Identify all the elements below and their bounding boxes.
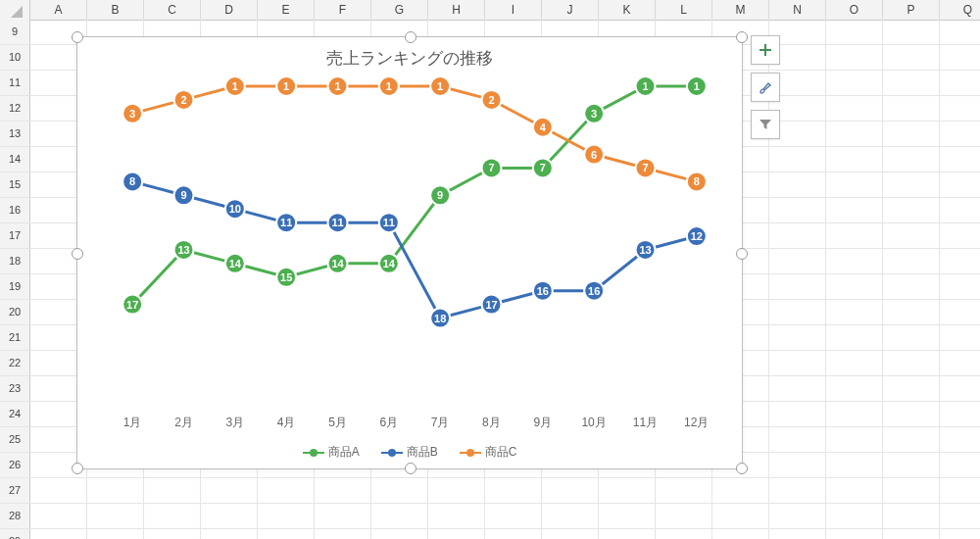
column-header[interactable]: K xyxy=(599,0,656,20)
select-all-triangle[interactable] xyxy=(0,0,30,20)
resize-handle[interactable] xyxy=(736,248,748,260)
row-header[interactable]: 16 xyxy=(0,198,30,222)
cell[interactable] xyxy=(769,147,826,172)
cell[interactable] xyxy=(883,20,940,44)
legend-item[interactable]: 商品B xyxy=(381,444,438,461)
data-point[interactable]: 16 xyxy=(584,281,604,301)
column-header[interactable]: F xyxy=(315,0,371,20)
cell[interactable] xyxy=(826,71,883,95)
data-point[interactable]: 18 xyxy=(430,309,450,328)
cell[interactable] xyxy=(940,198,980,222)
cell[interactable] xyxy=(656,478,712,503)
data-point[interactable]: 1 xyxy=(379,76,399,96)
chart-filter-button[interactable] xyxy=(751,110,780,139)
cell[interactable] xyxy=(712,478,769,503)
cell[interactable] xyxy=(87,504,144,528)
data-point[interactable]: 14 xyxy=(225,254,245,273)
cell[interactable] xyxy=(769,453,826,477)
column-header[interactable]: L xyxy=(656,0,712,20)
cell[interactable] xyxy=(940,402,980,426)
cell[interactable] xyxy=(826,172,883,197)
data-point[interactable]: 9 xyxy=(174,185,194,205)
row-header[interactable]: 27 xyxy=(0,478,30,503)
series-line[interactable] xyxy=(132,181,697,318)
chart-elements-button[interactable] xyxy=(751,35,780,65)
row-header[interactable]: 20 xyxy=(0,300,30,324)
data-point[interactable]: 6 xyxy=(584,145,604,165)
cell[interactable] xyxy=(883,172,940,197)
row-header[interactable]: 19 xyxy=(0,274,30,299)
cell[interactable] xyxy=(826,274,883,299)
cell[interactable] xyxy=(542,504,599,528)
legend[interactable]: 商品A商品B商品C xyxy=(77,444,742,461)
cell[interactable] xyxy=(883,325,940,350)
data-point[interactable]: 3 xyxy=(584,104,604,123)
cell[interactable] xyxy=(883,351,940,375)
cell[interactable] xyxy=(769,300,826,324)
column-header[interactable]: G xyxy=(371,0,428,20)
data-point[interactable]: 12 xyxy=(687,226,707,246)
cell[interactable] xyxy=(940,478,980,503)
row-header[interactable]: 15 xyxy=(0,172,30,197)
cell[interactable] xyxy=(87,529,144,539)
cell[interactable] xyxy=(883,71,940,95)
row-header[interactable]: 13 xyxy=(0,122,30,146)
cell[interactable] xyxy=(87,478,144,503)
row-header[interactable]: 10 xyxy=(0,45,30,70)
cell[interactable] xyxy=(883,274,940,299)
column-header[interactable]: B xyxy=(87,0,144,20)
cell[interactable] xyxy=(769,351,826,375)
cell[interactable] xyxy=(428,529,485,539)
row-header[interactable]: 28 xyxy=(0,504,30,528)
row-header[interactable]: 26 xyxy=(0,453,30,477)
data-point[interactable]: 10 xyxy=(225,199,245,219)
data-point[interactable]: 11 xyxy=(328,213,348,232)
data-point[interactable]: 1 xyxy=(276,76,296,96)
cell[interactable] xyxy=(428,478,485,503)
cell[interactable] xyxy=(883,198,940,222)
cell[interactable] xyxy=(826,20,883,44)
cell[interactable] xyxy=(940,71,980,95)
data-point[interactable]: 17 xyxy=(482,295,502,315)
data-point[interactable]: 7 xyxy=(533,158,553,177)
row-header[interactable]: 22 xyxy=(0,351,30,375)
resize-handle[interactable] xyxy=(72,248,83,260)
cell[interactable] xyxy=(769,172,826,197)
data-point[interactable]: 16 xyxy=(533,281,553,301)
cell[interactable] xyxy=(599,504,656,528)
cell[interactable] xyxy=(769,274,826,299)
row-header[interactable]: 9 xyxy=(0,20,30,44)
row-header[interactable]: 23 xyxy=(0,376,30,401)
row-header[interactable]: 18 xyxy=(0,249,30,273)
column-header[interactable]: P xyxy=(883,0,940,20)
cell[interactable] xyxy=(883,453,940,477)
column-header[interactable]: Q xyxy=(940,0,980,20)
cell[interactable] xyxy=(883,427,940,452)
data-point[interactable]: 15 xyxy=(276,268,296,287)
cell[interactable] xyxy=(769,198,826,222)
column-header[interactable]: D xyxy=(201,0,258,20)
resize-handle[interactable] xyxy=(736,31,748,43)
data-point[interactable]: 17 xyxy=(122,295,142,315)
cell[interactable] xyxy=(712,504,769,528)
cell[interactable] xyxy=(826,376,883,401)
cell[interactable] xyxy=(769,325,826,350)
cell[interactable] xyxy=(144,478,201,503)
chart-styles-button[interactable] xyxy=(751,73,780,102)
column-header[interactable]: C xyxy=(144,0,201,20)
cell[interactable] xyxy=(826,351,883,375)
chart-title[interactable]: 売上ランキングの推移 xyxy=(77,47,742,70)
cell[interactable] xyxy=(769,504,826,528)
cell[interactable] xyxy=(315,504,371,528)
data-point[interactable]: 9 xyxy=(430,185,450,205)
cell[interactable] xyxy=(656,529,712,539)
column-header[interactable]: A xyxy=(30,0,87,20)
data-point[interactable]: 13 xyxy=(174,240,194,260)
cell[interactable] xyxy=(769,529,826,539)
cell[interactable] xyxy=(940,427,980,452)
cell[interactable] xyxy=(883,122,940,146)
cell[interactable] xyxy=(826,198,883,222)
cell[interactable] xyxy=(940,325,980,350)
cell[interactable] xyxy=(883,529,940,539)
cell[interactable] xyxy=(485,529,542,539)
